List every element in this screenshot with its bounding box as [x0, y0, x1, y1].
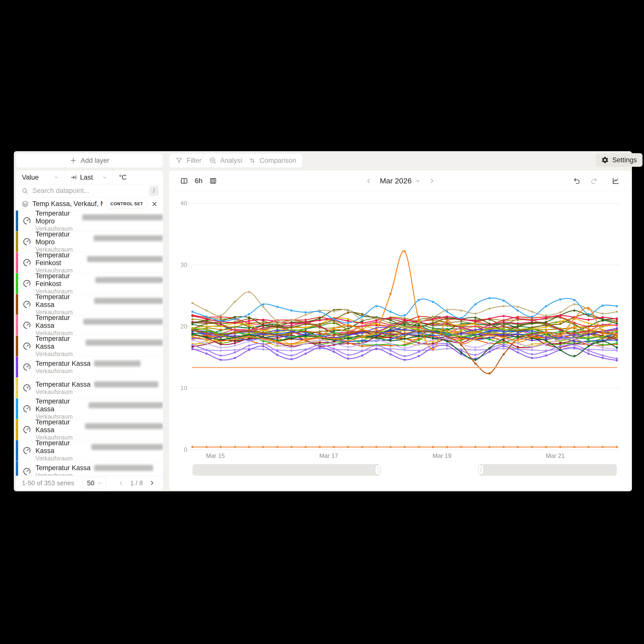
control-set-label: Temp Kassa, Verkauf, Mopro, Feink...: [32, 200, 103, 208]
series-subtitle: Verkaufsraum: [35, 388, 73, 395]
gear-icon: [601, 156, 609, 164]
list-item[interactable]: Temperatur KassaVerkaufsraum: [16, 294, 163, 315]
y-axis-label: 0: [184, 446, 187, 453]
filter-button[interactable]: Filter: [169, 153, 208, 168]
redo-icon[interactable]: [590, 177, 598, 185]
timeline-selection[interactable]: [378, 464, 481, 476]
redacted-text: [85, 423, 163, 429]
series-color-bar: [16, 294, 18, 315]
close-icon[interactable]: [151, 200, 158, 208]
redacted-text: [91, 444, 163, 450]
comparison-button[interactable]: Comparison: [242, 153, 303, 168]
series-title: Temperatur Feinkost: [35, 251, 84, 267]
list-item[interactable]: Temperatur KassaVerkaufsraum: [16, 357, 163, 378]
series-flat-zero: [191, 446, 618, 448]
redacted-text: [89, 402, 163, 408]
y-axis-label: 20: [180, 323, 187, 330]
chevron-down-icon: [53, 174, 59, 180]
list-item[interactable]: Temperatur KassaVerkaufsraum: [16, 461, 163, 476]
timeseries-chart[interactable]: 010203040Mar 15Mar 17Mar 19Mar 21: [169, 191, 631, 463]
layer-config-row: Value Last °C: [16, 171, 163, 184]
layers-icon: [21, 200, 29, 208]
gauge-icon: [22, 216, 31, 225]
table-columns-icon[interactable]: [209, 177, 217, 185]
list-item[interactable]: Temperatur KassaVerkaufsraum: [16, 336, 163, 357]
series-title: Temperatur Feinkost: [35, 272, 92, 288]
gauge-icon: [22, 467, 31, 476]
control-set-chip[interactable]: Temp Kassa, Verkauf, Mopro, Feink... CON…: [16, 197, 163, 211]
series-color-bar: [16, 461, 18, 476]
redacted-text: [94, 360, 141, 367]
settings-label: Settings: [612, 156, 637, 164]
gauge-icon: [22, 342, 31, 351]
search-input[interactable]: [32, 187, 145, 195]
prev-period-icon[interactable]: [365, 177, 372, 184]
analysis-icon: [209, 157, 217, 164]
split-view-icon[interactable]: [180, 177, 188, 185]
series-color-bar: [16, 211, 18, 231]
redacted-text: [94, 298, 163, 304]
timeline-handle-right[interactable]: [478, 465, 484, 475]
series-info: Temperatur KassaVerkaufsraum: [35, 439, 163, 462]
series-info: Temperatur KassaVerkaufsraum: [35, 397, 163, 420]
series-title: Temperatur Mopro: [35, 230, 90, 246]
series-title: Temperatur Kassa: [35, 381, 91, 388]
series-color-bar: [16, 378, 18, 398]
redacted-text: [94, 381, 158, 387]
redacted-text: [86, 340, 163, 346]
list-item[interactable]: Temperatur MoproVerkaufsraum: [16, 231, 163, 252]
y-axis-label: 30: [180, 261, 187, 268]
series-color-bar: [16, 440, 18, 461]
series-color-bar: [16, 419, 18, 440]
series-title: Temperatur Kassa: [35, 314, 80, 330]
undo-icon[interactable]: [573, 177, 581, 185]
series-info: Temperatur KassaVerkaufsraum: [35, 360, 163, 375]
series-subtitle: Verkaufsraum: [35, 472, 73, 476]
x-axis-label: Mar 15: [206, 452, 225, 459]
series-info: Temperatur MoproVerkaufsraum: [35, 230, 163, 253]
add-layer-button[interactable]: Add layer: [16, 153, 163, 168]
sidebar: Value Last °C: [16, 171, 163, 490]
chart-header: 6h Mar 2026: [169, 171, 631, 191]
gauge-icon: [22, 383, 31, 392]
list-item[interactable]: Temperatur KassaVerkaufsraum: [16, 378, 163, 398]
series-subtitle: Verkaufsraum: [35, 368, 73, 374]
interval-label[interactable]: 6h: [195, 177, 203, 185]
series-color-bar: [16, 336, 18, 356]
unit-select[interactable]: °C: [113, 171, 163, 184]
list-pagination: 1-50 of 353 series 50 1 / 8: [16, 476, 163, 490]
list-item[interactable]: Temperatur MoproVerkaufsraum: [16, 211, 163, 231]
series-info: Temperatur KassaVerkaufsraum: [35, 464, 163, 476]
timeline-handle-left[interactable]: [375, 465, 381, 475]
aggregation-label: Last: [80, 174, 93, 181]
list-item[interactable]: Temperatur FeinkostVerkaufsraum: [16, 273, 163, 294]
next-period-icon[interactable]: [428, 177, 435, 184]
series-info: Temperatur KassaVerkaufsraum: [35, 381, 163, 395]
prev-page-button[interactable]: [115, 477, 127, 489]
settings-button[interactable]: Settings: [596, 153, 642, 167]
series-title: Temperatur Kassa: [35, 464, 91, 472]
series-color-bar: [16, 273, 18, 294]
chart-type-icon[interactable]: [612, 177, 620, 185]
next-page-button[interactable]: [146, 477, 157, 489]
redacted-text: [95, 277, 163, 283]
redacted-text: [94, 235, 163, 241]
list-item[interactable]: Temperatur FeinkostVerkaufsraum: [16, 252, 163, 273]
aggregation-select[interactable]: Last: [64, 171, 113, 184]
value-type-select[interactable]: Value: [16, 171, 64, 184]
page-indicator: 1 / 8: [130, 479, 143, 487]
chevron-down-icon: [97, 480, 102, 486]
list-item[interactable]: Temperatur KassaVerkaufsraum: [16, 398, 163, 419]
timeline-scrollbar[interactable]: [192, 464, 617, 476]
series-count-label: 1-50 of 353 series: [22, 479, 83, 487]
list-item[interactable]: Temperatur KassaVerkaufsraum: [16, 419, 163, 440]
period-select[interactable]: Mar 2026: [380, 177, 421, 185]
chevron-down-icon: [415, 178, 421, 184]
redacted-text: [94, 465, 153, 471]
app-window: Add layer Value Last °C: [14, 151, 632, 491]
page-size-value: 50: [87, 479, 94, 487]
list-item[interactable]: Temperatur KassaVerkaufsraum: [16, 440, 163, 461]
series-info: Temperatur KassaVerkaufsraum: [35, 335, 163, 357]
list-item[interactable]: Temperatur KassaVerkaufsraum: [16, 315, 163, 336]
page-size-select[interactable]: 50: [83, 477, 106, 489]
